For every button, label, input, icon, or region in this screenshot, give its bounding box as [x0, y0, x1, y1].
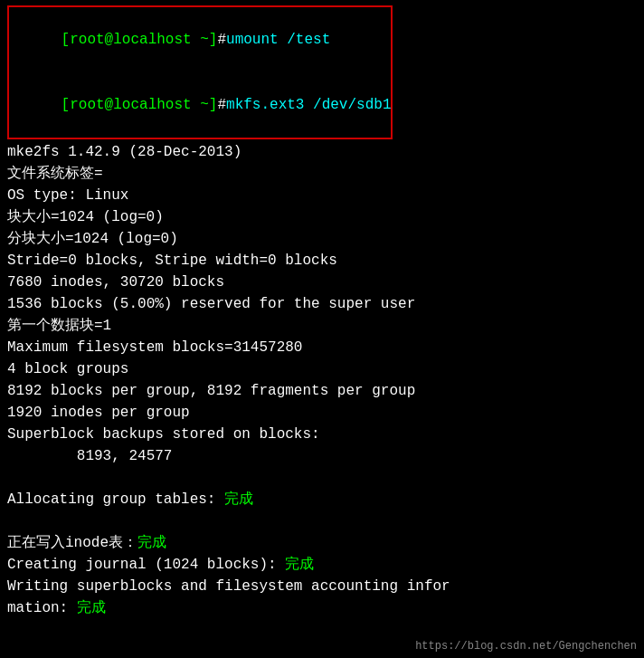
- command-block: [root@localhost ~]#umount /test [root@lo…: [7, 5, 393, 139]
- output-mation: mation: 完成: [7, 597, 637, 619]
- hash-2: #: [217, 97, 226, 113]
- output-journal: Creating journal (1024 blocks): 完成: [7, 554, 637, 576]
- output-allocating: Allocating group tables: 完成: [7, 489, 637, 510]
- writing-inode-done: 完成: [137, 535, 166, 551]
- output-blocks-per-group: 8192 blocks per group, 8192 fragments pe…: [7, 380, 637, 402]
- command-umount: umount /test: [226, 32, 330, 48]
- output-superblock: Superblock backups stored on blocks:: [7, 424, 637, 445]
- prompt-2: [root@localhost ~]: [62, 97, 218, 113]
- output-label: 文件系统标签=: [7, 163, 637, 185]
- output-mke2fs: mke2fs 1.42.9 (28-Dec-2013): [7, 141, 637, 163]
- blank-line-1: [7, 467, 637, 489]
- output-os-type: OS type: Linux: [7, 185, 637, 206]
- output-inodes-blocks: 7680 inodes, 30720 blocks: [7, 272, 637, 293]
- output-max-fs: Maximum filesystem blocks=31457280: [7, 337, 637, 358]
- output-first-block: 第一个数据块=1: [7, 315, 637, 337]
- terminal: [root@localhost ~]#umount /test [root@lo…: [0, 0, 644, 658]
- allocating-done: 完成: [224, 491, 253, 508]
- blank-line-2: [7, 510, 637, 532]
- output-frag-size: 分块大小=1024 (log=0): [7, 228, 637, 250]
- watermark: https://blog.csdn.net/Gengchenchen: [415, 638, 637, 654]
- output-writing-super: Writing superblocks and filesystem accou…: [7, 576, 637, 597]
- output-stride: Stride=0 blocks, Stripe width=0 blocks: [7, 250, 637, 272]
- output-block-groups: 4 block groups: [7, 358, 637, 380]
- hash-1: #: [217, 32, 226, 48]
- output-inodes-per-group: 1920 inodes per group: [7, 402, 637, 424]
- prompt-1: [root@localhost ~]: [62, 32, 218, 48]
- output-reserved: 1536 blocks (5.00%) reserved for the sup…: [7, 293, 637, 315]
- output-block-size: 块大小=1024 (log=0): [7, 206, 637, 228]
- command-mkfs: mkfs.ext3 /dev/sdb1: [226, 97, 391, 113]
- command-line-2: [root@localhost ~]#mkfs.ext3 /dev/sdb1: [9, 72, 391, 138]
- command-line-1: [root@localhost ~]#umount /test: [9, 7, 391, 72]
- output-superblock-values: 8193, 24577: [7, 445, 637, 467]
- journal-done: 完成: [285, 557, 314, 573]
- output-writing-inode: 正在写入inode表：完成: [7, 532, 637, 554]
- mation-done: 完成: [77, 600, 106, 616]
